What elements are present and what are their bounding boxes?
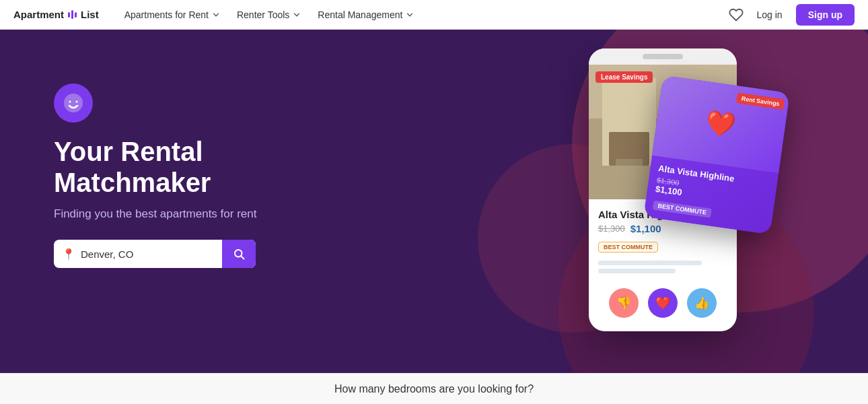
price-new: $1,100 — [630, 223, 661, 234]
logo-waves-icon — [68, 10, 77, 19]
nav-apartments-label: Apartments for Rent — [124, 9, 209, 20]
svg-line-4 — [241, 256, 244, 259]
hero-title: Your Rental Matchmaker — [54, 136, 310, 198]
phone-actions: 👎 ❤️ 👍 — [589, 280, 737, 323]
nav-rental-management[interactable]: Rental Management — [311, 5, 421, 24]
price-old: $1,300 — [598, 224, 625, 234]
svg-point-0 — [64, 94, 83, 112]
love-button[interactable]: ❤️ — [648, 288, 678, 318]
smiley-icon — [63, 92, 84, 114]
chevron-down-icon — [211, 10, 221, 20]
hero-content: Your Rental Matchmaker Finding you the b… — [54, 83, 310, 268]
nav-apartments[interactable]: Apartments for Rent — [118, 5, 227, 24]
svg-rect-12 — [616, 159, 643, 166]
pin-icon: 📍 — [62, 248, 75, 261]
search-bar: 📍 — [54, 240, 256, 268]
heart-icon: ❤️ — [704, 108, 737, 141]
smiley-avatar — [54, 83, 93, 123]
lease-savings-badge: Lease Savings — [595, 71, 653, 83]
navbar: Apartment List Apartments for Rent Rente… — [0, 0, 868, 30]
floating-card: ❤️ Rent Savings Alta Vista Highline $1,3… — [643, 75, 790, 234]
search-input[interactable] — [81, 240, 214, 268]
nav-items: Apartments for Rent Renter Tools Rental … — [118, 5, 729, 24]
info-line-1 — [598, 261, 702, 265]
dislike-button[interactable]: 👎 — [609, 288, 639, 318]
chevron-down-icon — [292, 10, 301, 20]
search-button[interactable] — [222, 240, 256, 268]
svg-point-2 — [76, 101, 78, 103]
nav-right: Log in Sign up — [729, 4, 855, 26]
bottom-bar-text: How many bedrooms are you looking for? — [334, 383, 534, 395]
hero-subtitle: Finding you the best apartments for rent — [54, 207, 310, 221]
nav-renter-tools[interactable]: Renter Tools — [230, 5, 308, 24]
signup-button[interactable]: Sign up — [796, 4, 855, 26]
logo-list-text: List — [81, 9, 99, 20]
chevron-down-icon — [405, 10, 414, 20]
fc-best-badge: BEST COMMUTE — [653, 201, 712, 218]
logo-apartment-text: Apartment — [13, 9, 64, 20]
phone-top-bar — [589, 48, 737, 65]
heart-icon — [729, 7, 744, 22]
login-button[interactable]: Log in — [752, 5, 788, 24]
info-lines — [598, 261, 727, 273]
logo[interactable]: Apartment List — [13, 9, 99, 20]
nav-renter-label: Renter Tools — [237, 9, 289, 20]
bottom-bar: How many bedrooms are you looking for? — [0, 373, 868, 404]
like-button[interactable]: 👍 — [687, 288, 717, 318]
phone-notch — [643, 54, 683, 59]
best-commute-badge: BEST COMMUTE — [598, 242, 658, 252]
nav-rental-label: Rental Management — [318, 9, 402, 20]
hero-section: Your Rental Matchmaker Finding you the b… — [0, 30, 868, 373]
favorites-button[interactable] — [729, 7, 744, 22]
rent-savings-badge: Rent Savings — [736, 92, 785, 110]
search-icon — [233, 248, 245, 260]
info-line-2 — [598, 269, 676, 273]
svg-point-1 — [69, 101, 71, 103]
